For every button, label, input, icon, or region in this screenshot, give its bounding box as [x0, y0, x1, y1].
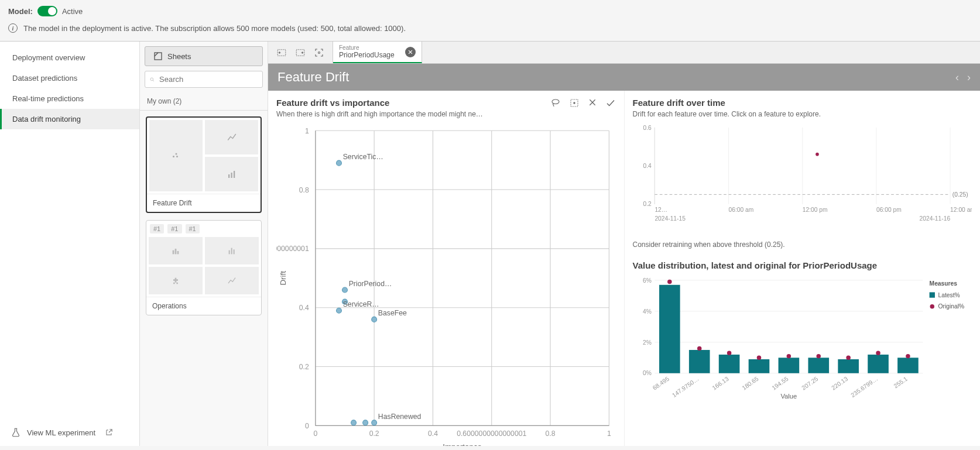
svg-text:0.4: 0.4 — [299, 304, 309, 312]
svg-text:ServiceR…: ServiceR… — [343, 300, 379, 308]
svg-rect-13 — [234, 249, 235, 254]
sheets-panel: Sheets My own (2) Featur — [139, 42, 268, 446]
svg-point-46 — [337, 160, 342, 166]
view-ml-experiment-link[interactable]: View ML experiment — [0, 419, 139, 446]
right-chart-subtitle: Drift for each feature over time. Click … — [633, 110, 972, 118]
nav-real-time-predictions[interactable]: Real-time predictions — [0, 88, 139, 109]
svg-text:235.6799…: 235.6799… — [849, 376, 879, 399]
svg-rect-10 — [177, 251, 179, 254]
flask-icon — [11, 427, 21, 438]
svg-point-55 — [372, 420, 377, 425]
svg-rect-6 — [231, 173, 232, 178]
svg-text:0: 0 — [305, 422, 309, 430]
sheet-thumb-operations[interactable]: #1 #1 #1 Operations — [146, 220, 262, 315]
svg-text:Importance: Importance — [443, 442, 482, 446]
svg-rect-100 — [778, 358, 799, 373]
select-icon[interactable] — [569, 98, 580, 111]
page-title: Feature Drift — [277, 70, 349, 85]
tab-close-button[interactable] — [405, 47, 416, 57]
svg-text:0.4: 0.4 — [643, 163, 652, 169]
clear-icon[interactable] — [588, 98, 597, 111]
right-chart-title: Feature drift over time — [633, 98, 972, 108]
svg-text:0.6: 0.6 — [643, 125, 652, 131]
expand-icon[interactable] — [295, 47, 306, 58]
model-status: Active — [62, 7, 83, 16]
svg-rect-7 — [234, 171, 235, 178]
svg-text:1: 1 — [607, 430, 611, 438]
left-chart-panel: Feature drift vs importance When there i… — [268, 91, 625, 446]
thumb-tags: #1 #1 #1 — [149, 223, 259, 235]
svg-text:06:00 am: 06:00 am — [728, 207, 753, 213]
svg-point-17 — [552, 99, 559, 104]
svg-point-3 — [175, 153, 177, 155]
svg-point-98 — [756, 356, 760, 360]
collapse-icon[interactable] — [276, 47, 287, 58]
feature-tab[interactable]: Feature PriorPeriodUsage — [333, 42, 422, 63]
svg-point-110 — [876, 351, 880, 355]
confirm-icon[interactable] — [605, 98, 616, 111]
svg-point-58 — [363, 420, 368, 425]
svg-text:0.6000000000000001: 0.6000000000000001 — [457, 430, 526, 438]
svg-text:207.25: 207.25 — [800, 375, 819, 391]
svg-text:6%: 6% — [642, 277, 651, 284]
svg-text:PriorPeriod…: PriorPeriod… — [349, 280, 392, 288]
left-nav: Deployment overview Dataset predictions … — [0, 42, 139, 446]
svg-text:2024-11-16: 2024-11-16 — [919, 215, 950, 222]
svg-rect-12 — [231, 248, 232, 254]
svg-text:0.4: 0.4 — [428, 430, 438, 438]
svg-text:HasRenewed: HasRenewed — [378, 413, 422, 421]
lasso-icon[interactable] — [550, 98, 561, 111]
svg-point-89 — [667, 280, 671, 284]
svg-text:180.65: 180.65 — [741, 375, 759, 391]
svg-rect-112 — [897, 358, 919, 373]
next-button[interactable]: › — [967, 71, 971, 84]
sheet-thumb-label: Operations — [146, 297, 261, 315]
svg-point-92 — [697, 346, 701, 351]
left-chart-subtitle: When there is high drift and high import… — [276, 110, 483, 118]
left-chart-title: Feature drift vs importance — [276, 98, 483, 108]
svg-rect-5 — [228, 174, 229, 178]
svg-text:0.2: 0.2 — [299, 363, 309, 371]
svg-point-101 — [786, 354, 790, 358]
svg-text:147.9750…: 147.9750… — [671, 376, 700, 399]
time-chart[interactable]: 0.20.40.612…06:00 am12:00 pm06:00 pm12:0… — [633, 118, 972, 237]
svg-text:BaseFee: BaseFee — [378, 309, 407, 317]
focus-icon[interactable] — [314, 47, 324, 58]
nav-deployment-overview[interactable]: Deployment overview — [0, 47, 139, 68]
svg-text:ServiceTic…: ServiceTic… — [343, 153, 383, 161]
nav-data-drift-monitoring[interactable]: Data drift monitoring — [0, 109, 139, 129]
svg-rect-91 — [688, 350, 710, 373]
prev-button[interactable]: ‹ — [955, 71, 959, 84]
model-toggle[interactable] — [37, 6, 57, 16]
thumb-cell-bar — [205, 157, 258, 191]
nav-dataset-predictions[interactable]: Dataset predictions — [0, 68, 139, 88]
svg-text:4%: 4% — [642, 308, 651, 315]
svg-point-4 — [176, 156, 178, 157]
svg-text:2024-11-15: 2024-11-15 — [655, 215, 686, 222]
svg-text:2%: 2% — [642, 339, 651, 346]
sheet-thumb-feature-drift[interactable]: Feature Drift — [146, 116, 262, 213]
search-input[interactable] — [159, 75, 258, 84]
svg-text:0: 0 — [313, 430, 317, 438]
svg-rect-109 — [868, 355, 889, 373]
svg-point-95 — [727, 351, 731, 355]
topbar: Model: Active — [0, 0, 980, 20]
content-area: Feature PriorPeriodUsage Feature Drift ‹… — [268, 42, 980, 446]
svg-text:12:00 pm: 12:00 pm — [802, 207, 827, 213]
dist-chart[interactable]: 0%2%4%6%68.495147.9750…166.13180.65194.5… — [633, 270, 972, 439]
search-wrap — [145, 71, 263, 88]
svg-rect-8 — [173, 250, 174, 254]
right-chart-panel: Feature drift over time Drift for each f… — [625, 91, 981, 446]
scatter-plot[interactable]: 000.20.20.40.40.60000000000000010.600000… — [276, 124, 616, 446]
sheets-button[interactable]: Sheets — [145, 46, 263, 66]
search-icon — [150, 75, 155, 84]
svg-text:(0.25): (0.25) — [952, 191, 968, 198]
svg-rect-9 — [175, 249, 177, 254]
svg-text:12:00 am: 12:00 am — [950, 207, 972, 213]
svg-text:1: 1 — [305, 127, 309, 135]
svg-point-53 — [372, 317, 377, 322]
info-icon: i — [8, 23, 18, 33]
svg-text:194.55: 194.55 — [770, 375, 789, 391]
model-label: Model: — [8, 7, 33, 16]
svg-text:0.8: 0.8 — [546, 430, 556, 438]
